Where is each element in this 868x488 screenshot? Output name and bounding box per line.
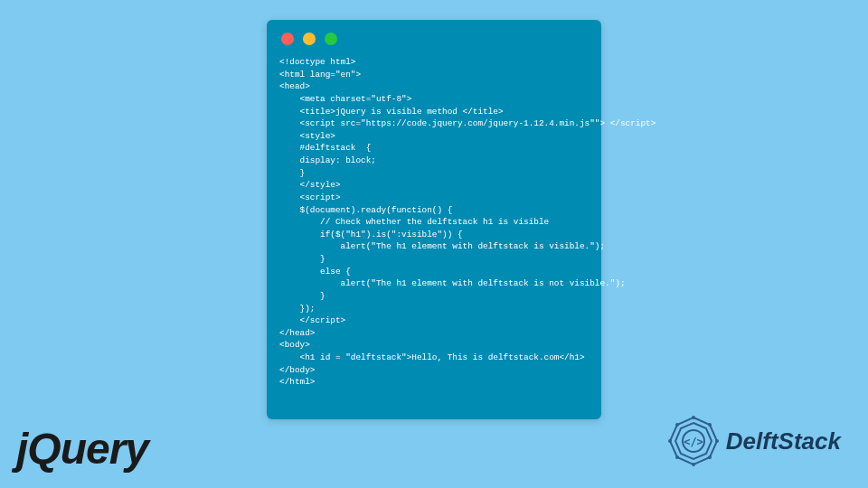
svg-text:</>: </> [684, 436, 703, 448]
svg-point-11 [675, 423, 679, 427]
minimize-icon[interactable] [303, 33, 316, 45]
delftstack-logo: </> DelftStack [666, 414, 841, 468]
svg-point-5 [708, 423, 712, 427]
svg-point-8 [692, 463, 695, 466]
code-content: <!doctype html> <html lang="en"> <head> … [279, 56, 589, 389]
close-icon[interactable] [281, 33, 294, 45]
window-traffic-lights [279, 29, 589, 45]
jquery-logo: jQuery [16, 424, 148, 474]
svg-point-10 [668, 439, 672, 443]
delftstack-logo-text: DelftStack [726, 427, 841, 455]
code-window: <!doctype html> <html lang="en"> <head> … [267, 20, 601, 419]
svg-point-9 [675, 455, 679, 459]
maximize-icon[interactable] [325, 33, 337, 45]
jquery-logo-text: jQuery [16, 424, 148, 474]
svg-point-6 [715, 439, 719, 443]
svg-point-7 [708, 455, 712, 459]
delftstack-gear-icon: </> [666, 414, 721, 468]
svg-point-4 [692, 416, 695, 419]
